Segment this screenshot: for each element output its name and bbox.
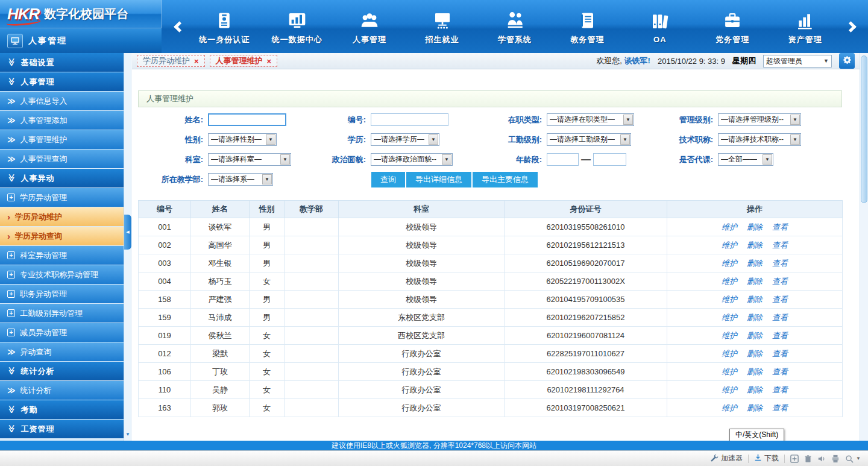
close-icon[interactable]: × — [267, 57, 272, 66]
nav-item-assets[interactable]: 资产管理 — [779, 8, 831, 45]
speaker-icon[interactable] — [817, 455, 826, 463]
maintain-link[interactable]: 维护 — [722, 313, 737, 322]
sidebar-item-hr-mgmt[interactable]: ≫人事管理 — [0, 72, 124, 91]
sidebar-menu: ≫基础设置≫人事管理≫人事信息导入≫人事管理添加≫人事管理维护≫人事管理查询≫人… — [0, 53, 124, 441]
delete-link[interactable]: 删除 — [747, 313, 763, 322]
view-link[interactable]: 查看 — [772, 367, 788, 376]
export-main-button[interactable]: 导出主要信息 — [473, 172, 538, 187]
view-link[interactable]: 查看 — [772, 313, 788, 322]
nav-item-oa[interactable]: OA — [634, 9, 686, 44]
maintain-link[interactable]: 维护 — [722, 349, 737, 358]
teachdept-select[interactable]: —请选择系— ▼ — [208, 173, 273, 186]
view-link[interactable]: 查看 — [772, 241, 788, 250]
view-link[interactable]: 查看 — [772, 222, 788, 231]
maintain-link[interactable]: 维护 — [722, 403, 737, 412]
nav-item-data-center[interactable]: 统一数据中心 — [271, 8, 323, 45]
code-input[interactable] — [371, 113, 448, 126]
printer-icon[interactable] — [831, 455, 840, 463]
sidebar-item-change-query[interactable]: ≫异动查询 — [0, 342, 124, 361]
maintain-link[interactable]: 维护 — [722, 222, 737, 231]
name-input[interactable] — [208, 113, 286, 126]
sidebar-item-position-change-mgmt[interactable]: +职务异动管理 — [0, 285, 124, 303]
sidebar-item-hr-maintain[interactable]: ≫人事管理维护 — [0, 130, 124, 149]
view-link[interactable]: 查看 — [772, 385, 788, 394]
scrollbar-thumb[interactable] — [861, 55, 867, 203]
query-button[interactable]: 查询 — [371, 172, 405, 187]
add-favorite-icon[interactable] — [790, 455, 799, 463]
close-icon[interactable]: × — [194, 57, 199, 66]
education-select[interactable]: —请选择学历— ▼ — [371, 133, 439, 146]
role-select[interactable]: 超级管理员 ▼ — [763, 55, 832, 68]
maintain-link[interactable]: 维护 — [722, 367, 737, 376]
maintain-link[interactable]: 维护 — [722, 385, 737, 394]
techtitle-select[interactable]: —请选择技术职称-- ▼ — [718, 133, 801, 146]
sidebar-item-hr-change[interactable]: ≫人事异动 — [0, 169, 124, 187]
zoom-button[interactable]: ▼ — [845, 455, 861, 463]
sidebar-item-hr-add[interactable]: ≫人事管理添加 — [0, 111, 124, 130]
nav-item-enrollment[interactable]: 招生就业 — [417, 8, 468, 45]
sidebar-item-worker-level-change-mgmt[interactable]: +工勤级别异动管理 — [0, 304, 124, 323]
sidebar-item-stats-section[interactable]: ≫统计分析 — [0, 362, 124, 380]
sidebar-item-edu-change-mgmt[interactable]: +学历异动管理 — [0, 188, 124, 207]
settings-gear-button[interactable] — [839, 53, 855, 69]
view-link[interactable]: 查看 — [772, 259, 788, 268]
delete-link[interactable]: 删除 — [747, 349, 763, 358]
nav-item-teaching[interactable]: 教务管理 — [561, 8, 613, 45]
download-button[interactable]: 下载 — [754, 453, 779, 464]
delete-link[interactable]: 删除 — [747, 277, 763, 286]
age-from-input[interactable] — [547, 153, 579, 166]
view-link[interactable]: 查看 — [772, 403, 788, 412]
substitute-select[interactable]: —全部—— ▼ — [718, 153, 773, 166]
view-link[interactable]: 查看 — [772, 277, 788, 286]
nav-scroll-left-icon[interactable] — [170, 8, 188, 45]
nav-item-identity[interactable]: 统一身份认证 — [198, 8, 250, 45]
sidebar-item-salary[interactable]: ≫工资管理 — [0, 420, 124, 438]
delete-link[interactable]: 删除 — [747, 385, 763, 394]
view-link[interactable]: 查看 — [772, 295, 788, 304]
age-to-input[interactable] — [593, 153, 626, 166]
sidebar-item-office-change-mgmt[interactable]: +科室异动管理 — [0, 246, 124, 265]
maintain-link[interactable]: 维护 — [722, 277, 737, 286]
view-link[interactable]: 查看 — [772, 349, 788, 358]
sidebar-collapse-button[interactable]: ◀ — [124, 215, 131, 250]
sidebar-item-stats-analysis[interactable]: ≫统计分析 — [0, 381, 124, 400]
maintain-link[interactable]: 维护 — [722, 295, 737, 304]
delete-link[interactable]: 删除 — [747, 367, 763, 376]
sidebar-item-edu-change-maintain[interactable]: ›学历异动维护 — [0, 207, 124, 226]
trash-icon[interactable] — [804, 455, 812, 463]
sidebar-item-base-settings[interactable]: ≫基础设置 — [0, 53, 124, 72]
gender-select[interactable]: —请选择性别— ▼ — [208, 133, 277, 146]
maintain-link[interactable]: 维护 — [722, 331, 737, 340]
delete-link[interactable]: 删除 — [747, 403, 763, 412]
delete-link[interactable]: 删除 — [747, 295, 763, 304]
delete-link[interactable]: 删除 — [747, 241, 763, 250]
workerlevel-select[interactable]: —请选择工勤级别— ▼ — [547, 133, 631, 146]
office-select[interactable]: —请选择科室— ▼ — [208, 153, 291, 166]
sidebar-scroll-down-icon[interactable]: ▼ — [124, 432, 131, 439]
nav-scroll-right-icon[interactable] — [841, 8, 860, 45]
delete-link[interactable]: 删除 — [747, 222, 763, 231]
sidebar-item-tech-title-change-mgmt[interactable]: +专业技术职称异动管理 — [0, 265, 124, 284]
delete-link[interactable]: 删除 — [747, 331, 763, 340]
nav-item-hr[interactable]: 人事管理 — [344, 8, 395, 45]
sidebar-item-hr-import[interactable]: ≫人事信息导入 — [0, 92, 124, 110]
tab-hr-maintain[interactable]: 人事管理维护 × — [210, 55, 278, 67]
maintain-link[interactable]: 维护 — [722, 241, 737, 250]
view-link[interactable]: 查看 — [772, 331, 788, 340]
political-select[interactable]: —请选择政治面貌-- ▼ — [371, 153, 453, 166]
export-detail-button[interactable]: 导出详细信息 — [406, 172, 471, 187]
nav-item-student[interactable]: 学管系统 — [489, 8, 541, 45]
accelerator-button[interactable]: 加速器 — [711, 453, 743, 464]
sidebar-item-reduction-change-mgmt[interactable]: +减员异动管理 — [0, 323, 124, 342]
nav-item-party[interactable]: 党务管理 — [706, 8, 758, 45]
sidebar-item-edu-change-query[interactable]: ›学历异动查询 — [0, 227, 124, 245]
maintain-link[interactable]: 维护 — [722, 259, 737, 268]
mgmtlevel-select[interactable]: —请选择管理级别-- ▼ — [718, 113, 801, 126]
tab-edu-change-maintain[interactable]: 学历异动维护 × — [137, 55, 205, 67]
sidebar-item-attendance[interactable]: ≫考勤 — [0, 400, 124, 419]
delete-link[interactable]: 删除 — [747, 259, 763, 268]
ime-indicator[interactable]: 中/英文(Shift) — [729, 429, 784, 441]
jobtype-select[interactable]: —请选择在职类型— ▼ — [547, 113, 634, 126]
sidebar-item-hr-query[interactable]: ≫人事管理查询 — [0, 150, 124, 168]
vertical-scrollbar[interactable] — [860, 53, 868, 441]
